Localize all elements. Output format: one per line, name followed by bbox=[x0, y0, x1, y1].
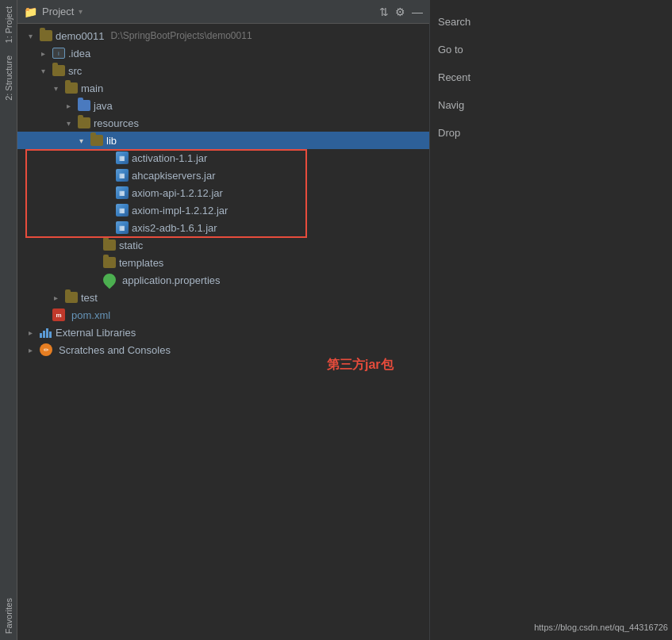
tree-label-ext-libs: External Libraries bbox=[56, 327, 136, 339]
arrow-icon bbox=[49, 293, 62, 302]
right-menu-goto[interactable]: Go to bbox=[438, 44, 664, 56]
right-menu-drop[interactable]: Drop bbox=[438, 127, 664, 139]
folder-icon-src bbox=[52, 65, 65, 76]
tree-item-main[interactable]: main bbox=[17, 79, 429, 97]
arrow-icon bbox=[24, 328, 36, 337]
tree-label-src: src bbox=[68, 65, 82, 77]
right-menu-recent[interactable]: Recent bbox=[438, 71, 664, 83]
arrow-icon bbox=[36, 67, 49, 75]
spring-icon-app-properties bbox=[101, 271, 119, 289]
panel-title: 📁 Project ▾ bbox=[24, 6, 83, 18]
folder-icon-resources bbox=[78, 117, 90, 128]
tree-label-jar-axis2: axis2-adb-1.6.1.jar bbox=[132, 222, 217, 234]
tree-item-scratches[interactable]: Scratches and Consoles bbox=[17, 341, 429, 358]
panel-actions: ⇅ ⚙ — bbox=[379, 6, 423, 18]
tree-item-jar-ahcapki[interactable]: ▸ ahcapkiservers.jar bbox=[17, 167, 429, 184]
panel-header: 📁 Project ▾ ⇅ ⚙ — bbox=[17, 0, 429, 24]
tree-item-jar-axis2[interactable]: ▸ axis2-adb-1.6.1.jar bbox=[17, 219, 429, 236]
folder-icon: 📁 bbox=[24, 6, 37, 18]
folder-icon-templates bbox=[103, 257, 116, 268]
right-menu-search[interactable]: Search bbox=[438, 16, 664, 28]
tree-label-scratches: Scratches and Consoles bbox=[59, 344, 171, 356]
bottom-link: https://blog.csdn.net/qq_44316726 bbox=[534, 623, 668, 632]
chevron-down-icon[interactable]: ▾ bbox=[79, 7, 83, 16]
tree-label-idea: .idea bbox=[68, 48, 90, 59]
tree-item-test[interactable]: test bbox=[17, 289, 429, 306]
minimize-icon[interactable]: — bbox=[412, 6, 423, 18]
tree-label-templates: templates bbox=[119, 257, 163, 269]
tree-item-java[interactable]: java bbox=[17, 97, 429, 114]
tab-structure[interactable]: 2: Structure bbox=[2, 49, 15, 107]
right-menu-navig[interactable]: Navig bbox=[438, 99, 664, 111]
idea-folder-icon: i bbox=[52, 48, 65, 59]
arrow-icon bbox=[75, 136, 87, 145]
tab-favorites[interactable]: Favorites bbox=[2, 592, 15, 640]
tree-item-templates[interactable]: ▸ templates bbox=[17, 254, 429, 271]
scratch-icon bbox=[40, 343, 52, 356]
tree-label-lib: lib bbox=[106, 135, 117, 147]
tree-item-pom[interactable]: ▸ m pom.xml bbox=[17, 306, 429, 324]
pom-icon: m bbox=[52, 309, 65, 321]
folder-icon-lib bbox=[90, 135, 103, 146]
file-tree: demo0011 D:\SpringBootProjects\demo0011 … bbox=[17, 24, 429, 640]
annotation-third-party: 第三方jar包 bbox=[327, 357, 394, 374]
main-area: 📁 Project ▾ ⇅ ⚙ — demo0011 D:\SpringBoot… bbox=[17, 0, 672, 640]
expand-icon[interactable]: ⇅ bbox=[379, 6, 389, 18]
arrow-icon bbox=[49, 84, 62, 93]
tree-label-jar-activation: activation-1.1.jar bbox=[132, 152, 207, 164]
tree-item-static[interactable]: ▸ static bbox=[17, 236, 429, 254]
jar-icon-axis2 bbox=[116, 221, 129, 234]
arrow-icon bbox=[36, 49, 49, 58]
left-tab-bar: 1: Project 2: Structure Favorites bbox=[0, 0, 17, 640]
tree-item-app-properties[interactable]: ▸ application.properties bbox=[17, 271, 429, 289]
tree-label-pom: pom.xml bbox=[71, 309, 110, 321]
tree-label-resources: resources bbox=[94, 117, 139, 129]
jar-icon-ahcapki bbox=[116, 169, 129, 182]
jar-icon-activation bbox=[116, 151, 129, 164]
bar-chart-icon bbox=[40, 327, 52, 338]
tree-item-jar-activation[interactable]: ▸ activation-1.1.jar bbox=[17, 149, 429, 167]
tree-item-jar-axiom-api[interactable]: ▸ axiom-api-1.2.12.jar bbox=[17, 184, 429, 201]
tree-item-lib[interactable]: lib bbox=[17, 132, 429, 149]
arrow-icon bbox=[24, 346, 36, 354]
settings-icon[interactable]: ⚙ bbox=[395, 6, 405, 18]
tree-item-demo0011[interactable]: demo0011 D:\SpringBootProjects\demo0011 bbox=[17, 27, 429, 44]
tree-label-demo0011: demo0011 bbox=[56, 30, 104, 42]
tree-label-jar-axiom-impl: axiom-impl-1.2.12.jar bbox=[132, 205, 228, 217]
tree-label-static: static bbox=[119, 240, 143, 251]
tab-project[interactable]: 1: Project bbox=[2, 0, 15, 49]
right-panel: Search Go to Recent Navig Drop https://b… bbox=[430, 0, 672, 640]
panel-title-label: Project bbox=[42, 6, 74, 17]
tree-item-jar-axiom-impl[interactable]: ▸ axiom-impl-1.2.12.jar bbox=[17, 201, 429, 219]
tree-label-jar-axiom-api: axiom-api-1.2.12.jar bbox=[132, 187, 223, 199]
tree-item-src[interactable]: src bbox=[17, 62, 429, 79]
arrow-icon bbox=[24, 32, 36, 40]
tree-item-idea[interactable]: i .idea bbox=[17, 44, 429, 62]
folder-icon-static bbox=[103, 240, 116, 251]
tree-label-test: test bbox=[81, 292, 98, 304]
jar-icon-axiom-api bbox=[116, 186, 129, 199]
tree-path-demo0011: D:\SpringBootProjects\demo0011 bbox=[110, 30, 252, 41]
project-panel: 📁 Project ▾ ⇅ ⚙ — demo0011 D:\SpringBoot… bbox=[17, 0, 430, 640]
folder-icon-main bbox=[65, 82, 78, 94]
tree-label-java: java bbox=[94, 100, 113, 112]
folder-icon-demo0011 bbox=[40, 30, 52, 41]
arrow-icon bbox=[62, 119, 75, 128]
tree-item-resources[interactable]: resources bbox=[17, 114, 429, 132]
arrow-icon bbox=[62, 102, 75, 110]
tree-item-ext-libs[interactable]: External Libraries bbox=[17, 324, 429, 341]
folder-icon-test bbox=[65, 292, 78, 303]
right-menu: Search Go to Recent Navig Drop bbox=[430, 0, 672, 155]
jar-icon-axiom-impl bbox=[116, 204, 129, 217]
tree-label-app-properties: application.properties bbox=[122, 274, 221, 286]
tree-label-main: main bbox=[81, 82, 103, 94]
tree-label-jar-ahcapki: ahcapkiservers.jar bbox=[132, 170, 216, 182]
folder-icon-java bbox=[78, 100, 90, 111]
